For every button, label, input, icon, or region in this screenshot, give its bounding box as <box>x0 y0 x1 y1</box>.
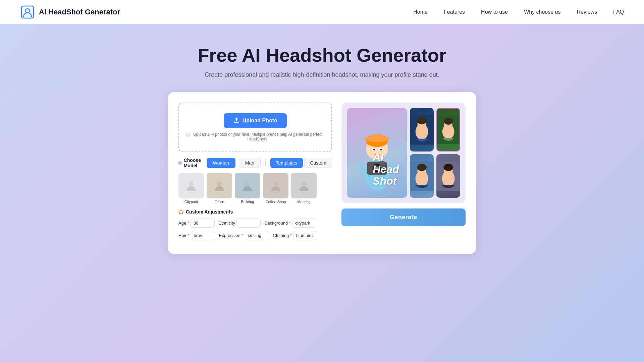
template-coffeeshop-label: Coffee Shop <box>266 200 286 204</box>
template-coffee-shop[interactable]: Coffee Shop <box>263 173 288 204</box>
preview-cell-3 <box>410 154 434 198</box>
nav-reviews[interactable]: Reviews <box>577 9 597 15</box>
template-citypark-thumb <box>178 173 204 198</box>
right-panel: AI Head Shot <box>341 103 466 243</box>
custom-button[interactable]: Custom <box>304 158 332 168</box>
custom-title: Custom Adjustments <box>178 209 332 215</box>
divider <box>265 159 266 167</box>
svg-point-40 <box>443 164 453 171</box>
clothing-field-group: Clothing * <box>273 231 317 240</box>
svg-point-36 <box>417 164 426 171</box>
hero-section: Free AI Headshot Generator Create profes… <box>0 24 644 92</box>
background-field-group: Background * <box>265 219 316 228</box>
logo-text: AI HeadShot Generator <box>39 8 120 16</box>
upload-btn-label: Upload Photo <box>243 118 277 124</box>
template-office-thumb <box>207 173 232 198</box>
templates-button[interactable]: Templates <box>270 158 303 168</box>
model-woman-button[interactable]: Woman <box>207 158 235 168</box>
preview-ai-text: AI Head Shot <box>367 146 404 192</box>
template-office[interactable]: Office <box>207 173 232 204</box>
clothing-input[interactable] <box>293 231 317 240</box>
ethnicity-input[interactable] <box>236 219 261 228</box>
nav-faq[interactable]: FAQ <box>613 9 624 15</box>
template-grid: Citypark Office Building <box>178 173 332 204</box>
template-citypark-label: Citypark <box>184 200 198 204</box>
logo-area: AI HeadShot Generator <box>20 5 120 19</box>
svg-rect-15 <box>371 134 382 140</box>
ethnicity-label: Ethnicity <box>219 221 235 226</box>
left-panel: Upload Photo ⓘ Upload 1~4 photos of your… <box>178 103 332 243</box>
nav-links: Home Features How to use Why choose us R… <box>413 9 624 15</box>
svg-point-5 <box>189 182 194 186</box>
template-citypark[interactable]: Citypark <box>178 173 204 204</box>
ethnicity-field-group: Ethnicity <box>219 219 261 228</box>
svg-point-4 <box>180 162 180 163</box>
expression-input[interactable] <box>245 231 269 240</box>
template-office-label: Office <box>215 200 224 204</box>
navbar: AI HeadShot Generator Home Features How … <box>0 0 644 24</box>
model-man-button[interactable]: Man <box>239 158 261 168</box>
svg-point-7 <box>245 182 250 186</box>
logo-icon <box>20 5 35 19</box>
template-meeting[interactable]: Meeting <box>291 173 317 204</box>
main-card: Upload Photo ⓘ Upload 1~4 photos of your… <box>168 92 476 254</box>
svg-point-9 <box>302 182 306 186</box>
hair-input[interactable] <box>191 231 215 240</box>
info-icon: ⓘ <box>186 132 190 138</box>
model-label: Choose Model <box>178 158 203 168</box>
clothing-label: Clothing * <box>273 233 292 238</box>
nav-why-choose-us[interactable]: Why choose us <box>524 9 560 15</box>
template-meeting-thumb <box>291 173 317 198</box>
upload-area[interactable]: Upload Photo ⓘ Upload 1~4 photos of your… <box>178 103 332 152</box>
age-field-group: Age * <box>178 219 215 228</box>
age-input[interactable] <box>191 219 215 228</box>
template-coffeeshop-thumb <box>263 173 288 198</box>
expression-label: Expression * <box>219 233 244 238</box>
generate-button[interactable]: Generate <box>341 208 466 226</box>
preview-cell-2 <box>436 108 460 152</box>
svg-point-32 <box>444 118 453 125</box>
svg-point-6 <box>217 182 222 186</box>
upload-hint: ⓘ Upload 1~4 photos of your face. Multip… <box>186 132 325 141</box>
template-meeting-label: Meeting <box>297 200 310 204</box>
template-building[interactable]: Building <box>235 173 260 204</box>
template-toggle: Templates Custom <box>270 158 332 168</box>
model-row: Choose Model Woman Man Templates Custom <box>178 158 332 168</box>
hero-title: Free AI Headshot Generator <box>7 44 637 66</box>
custom-adjustments-section: Custom Adjustments Age * Ethnicity <box>178 209 332 240</box>
age-label: Age * <box>178 221 189 226</box>
hair-label: Hair * <box>178 233 190 238</box>
preview-hero-cell: AI Head Shot <box>347 108 407 198</box>
svg-point-8 <box>273 182 278 186</box>
hero-subtitle: Create professional and realistic high-d… <box>7 71 637 78</box>
svg-point-28 <box>417 117 426 124</box>
upload-photo-button[interactable]: Upload Photo <box>224 113 287 128</box>
preview-cell-4 <box>436 154 460 198</box>
background-input[interactable] <box>292 219 316 228</box>
template-building-thumb <box>235 173 260 198</box>
preview-cell-1 <box>410 108 434 152</box>
fields-row-2: Hair * Expression * Clothing * <box>178 231 332 240</box>
hair-field-group: Hair * <box>178 231 215 240</box>
template-building-label: Building <box>241 200 254 204</box>
preview-grid: AI Head Shot <box>341 103 466 203</box>
expression-field-group: Expression * <box>219 231 269 240</box>
nav-features[interactable]: Features <box>444 9 465 15</box>
nav-home[interactable]: Home <box>413 9 428 15</box>
nav-how-to-use[interactable]: How to use <box>481 9 508 15</box>
background-label: Background * <box>265 221 291 226</box>
fields-row-1: Age * Ethnicity Background * <box>178 219 332 228</box>
